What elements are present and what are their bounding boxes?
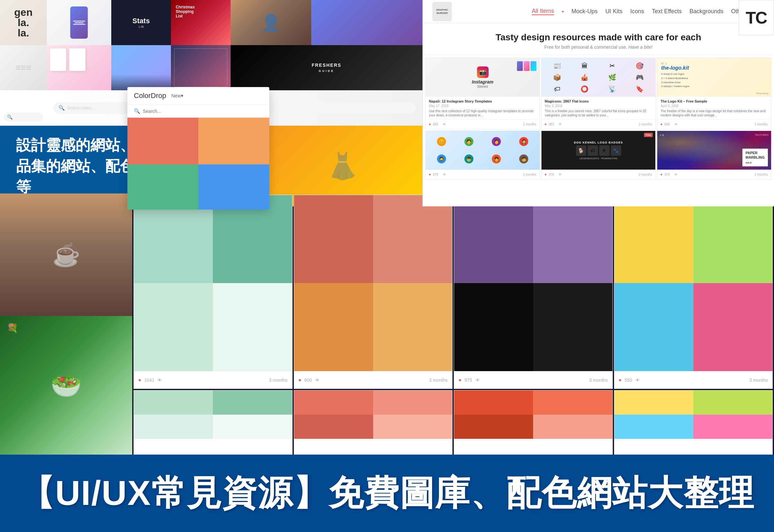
avatar-3: 👩 (492, 137, 501, 146)
ps-3-1 (454, 390, 533, 415)
gb-card1-footer: ♥ 482 👁 2 months (426, 119, 540, 129)
palette-card-warm[interactable]: ♥ 600 👁 3 months (294, 195, 453, 389)
marbling-label: PAPERMARBLINGvol.4 (742, 149, 768, 166)
gb-card-icons[interactable]: 📰 🏛 ✂ 🎯 📦 🎪 🌿 🎮 🏷 ⭕ 📡 🔖 Magicons: 2867 F… (541, 58, 656, 129)
collage-cell-blueprint (171, 45, 231, 90)
cd-header: ColorDrop New▾ (127, 87, 269, 105)
swatch-dark-1 (454, 195, 533, 283)
gb-card2-desc: This is a freebie you cannot miss: 2867 … (545, 109, 652, 117)
swatch-cards-row2 (132, 390, 774, 455)
gb-cards-row2: 😊 🧑 👩 🤵 🧔 👦 👧 🧒 ♥ 379 👁 2 months (425, 131, 771, 180)
nav-icons[interactable]: Icons (630, 8, 644, 15)
collage-cell-shopping: ChristmasShoppingList (171, 0, 231, 45)
palette-swatches-colorful (614, 195, 773, 371)
avatar-4: 🤵 (519, 137, 528, 146)
avatar-2: 🧑 (464, 137, 473, 146)
heart-warm: ♥ (299, 378, 301, 383)
gb-card-instagram[interactable]: 📸 Instagram Stories Napali: 12 Instagram… (425, 58, 540, 129)
gb-card-instagram-img: 📸 Instagram Stories (426, 58, 540, 97)
heart-icon-3: ♥ (660, 123, 662, 126)
badge-logos-grid: 🐕 🏷 ⚜ 🐾 (576, 145, 621, 156)
eye-icon-4: 👁 (443, 173, 446, 176)
swatch-dark-3 (454, 283, 533, 371)
cd-search-input[interactable] (143, 109, 263, 114)
gb-card6-likes: 379 (664, 173, 670, 176)
nav-mockups[interactable]: Mock-Ups (571, 8, 598, 15)
gb-nav-items[interactable]: All Items ▾ Mock-Ups UI Kits Icons Text … (458, 8, 764, 15)
swatch-dark-2 (533, 195, 612, 283)
eye-icon-3: 👁 (674, 123, 678, 126)
palette-card-dark[interactable]: ♥ 975 👁 3 months (454, 195, 613, 389)
ps-2-4 (373, 415, 452, 439)
likes-mint: 1041 (144, 378, 154, 383)
ps-1-4 (213, 415, 292, 439)
gb-hero-sub: Free for both personal & commercial use.… (429, 44, 768, 50)
gb-card-paper-marbling[interactable]: PAPERMARBLINGvol.4 × 6 TEXTURES ♥ 379 👁 … (657, 131, 771, 180)
gb-card6-time: 2 months (680, 173, 768, 176)
cd-swatch-salmon (127, 118, 198, 164)
time-dark: 3 months (483, 378, 608, 383)
palette-card-mint[interactable]: ♥ 1041 👁 3 months (134, 195, 293, 389)
collage-cell-typography: genla.la. (0, 0, 47, 45)
gb-card-logo-body: The Logo Kit – Free Sample April 3, 2018… (657, 97, 771, 119)
gb-card-logo-img: N° 1 the-logo.kit 4 ready to use logos 3… (657, 58, 771, 97)
palette-swatches-mint (134, 195, 292, 371)
nav-backgrounds[interactable]: Backgrounds (690, 8, 723, 15)
ps-2-3 (294, 415, 373, 439)
partial-palette-2[interactable] (294, 390, 453, 455)
avatar-8: 🧒 (519, 154, 528, 163)
swatch-colorful-2 (693, 195, 772, 283)
nav-all-items[interactable]: All Items (532, 8, 554, 15)
gb-card5-footer: ♥ 379 👁 2 months (541, 170, 655, 179)
gb-navbar: GRAPHICBURGER All Items ▾ Mock-Ups UI Ki… (423, 0, 774, 23)
stats-number: Stats (133, 17, 150, 25)
swatch-warm-2 (373, 195, 452, 283)
collage-cell-freshers: FRESHERSGUIDE (231, 45, 422, 90)
palette-card-mint-footer: ♥ 1041 👁 3 months (134, 371, 292, 389)
collage-row-1: genla.la. Stats 1.5k ChristmasShoppingLi… (0, 0, 422, 45)
collage-cell-fashion-woman: 👤 (231, 0, 311, 45)
bottom-photo-woman: ☕ (0, 193, 132, 316)
ps-2-1 (294, 390, 373, 415)
gb-card-dog-badges[interactable]: DOG KENNEL LOGO BADGES 🐕 🏷 ⚜ 🐾 LEGENDHUN… (541, 131, 656, 180)
swatch-mint-3 (134, 283, 213, 371)
cd-new-dropdown[interactable]: New▾ (171, 93, 184, 99)
collage-cell-city (111, 45, 171, 90)
partial-palette-3[interactable] (454, 390, 613, 455)
badge-item-2: 🏷 (588, 145, 598, 156)
palette-card-colorful[interactable]: ♥ 550 👁 3 months (614, 195, 773, 389)
ps-2-2 (373, 390, 452, 415)
eye-mint: 👁 (157, 378, 162, 383)
partial-palette-4[interactable] (614, 390, 773, 455)
gb-card2-title: Magicons: 2867 Flat Icons (545, 99, 652, 103)
palette-card-warm-footer: ♥ 600 👁 3 months (294, 371, 452, 389)
gb-card4-time: 2 months (448, 173, 536, 176)
avatar-5: 🧔 (437, 154, 446, 163)
avatar-6: 👦 (464, 154, 473, 163)
gb-hero: Tasty design resources made with care fo… (423, 23, 774, 55)
gb-card-avatars[interactable]: 😊 🧑 👩 🤵 🧔 👦 👧 🧒 ♥ 379 👁 2 months (425, 131, 540, 180)
food-emoji: 🥗 (50, 370, 82, 400)
gb-card3-likes: 660 (664, 123, 670, 126)
cd-search-bar: 🔍 (127, 105, 269, 118)
swatch-cards-row1: ♥ 1041 👁 3 months ♥ 600 👁 3 months (132, 193, 774, 390)
gb-card-logo-kit[interactable]: N° 1 the-logo.kit 4 ready to use logos 3… (657, 58, 771, 129)
gb-card1-date: May 17, 2018 (429, 104, 536, 108)
gb-card2-likes: 363 (549, 123, 554, 126)
nav-ui-kits[interactable]: UI Kits (605, 8, 622, 15)
bottom-swatches-section: ♥ 1041 👁 3 months ♥ 600 👁 3 months (132, 193, 774, 455)
ps-1-1 (134, 390, 213, 415)
swatch-colorful-4 (693, 283, 772, 371)
likes-warm: 600 (304, 378, 312, 383)
partial-palette-1[interactable] (134, 390, 293, 455)
cd-title: ColorDrop (134, 92, 166, 100)
bottom-left-photos: ☕ 🥗 💐 (0, 193, 132, 455)
lk-no1-label: N° 1 (661, 62, 667, 65)
swatch-warm-4 (373, 283, 452, 371)
ps-3-3 (454, 415, 533, 439)
swatch-mint-4 (213, 283, 292, 371)
heart-mint: ♥ (138, 378, 141, 383)
nav-text-effects[interactable]: Text Effects (652, 8, 682, 15)
gb-card2-date: May 3, 2018 (545, 104, 652, 108)
lk-title-text: the-logo.kit (661, 65, 689, 71)
